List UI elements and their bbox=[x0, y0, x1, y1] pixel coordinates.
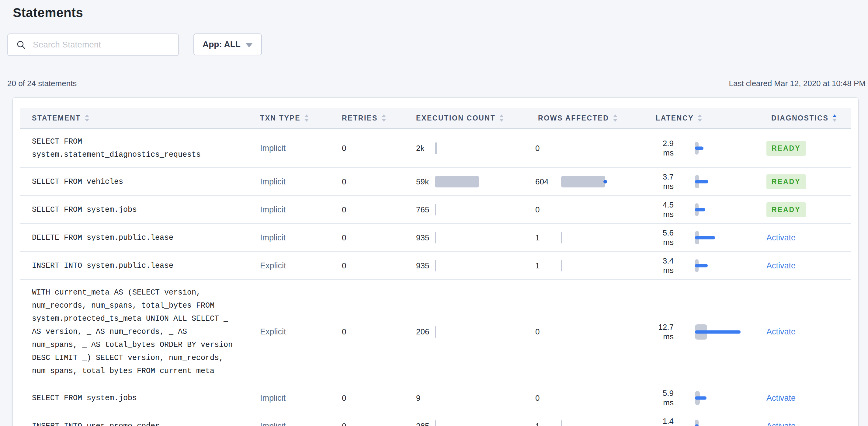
latency-cell: 2.9 ms bbox=[651, 139, 767, 158]
rows-affected-cell: 0 bbox=[535, 202, 651, 218]
execution-count-bar bbox=[435, 418, 535, 426]
latency-cell: 5.9 ms bbox=[651, 389, 767, 407]
execution-count-cell: 935 bbox=[416, 230, 535, 246]
rows-affected-value: 0 bbox=[535, 205, 561, 215]
rows-affected-cell: 0 bbox=[535, 390, 651, 406]
latency-value: 4.5 ms bbox=[651, 200, 674, 219]
txn-type-value: Explicit bbox=[260, 327, 342, 337]
table-row: WITH current_meta AS (SELECT version, nu… bbox=[20, 280, 851, 384]
statement-link[interactable]: INSERT INTO system.public.lease bbox=[20, 253, 260, 278]
column-header-execution-count[interactable]: EXECUTION COUNT bbox=[416, 114, 535, 122]
execution-count-bar bbox=[435, 390, 535, 406]
retries-value: 0 bbox=[342, 233, 416, 243]
latency-mean-bar bbox=[695, 180, 708, 183]
diagnostics-ready-badge[interactable]: READY bbox=[767, 174, 806, 189]
column-header-txn-type[interactable]: TXN TYPE bbox=[260, 114, 342, 122]
txn-type-value: Implicit bbox=[260, 144, 342, 153]
execution-count-bar bbox=[435, 324, 535, 340]
latency-value: 12.7 ms bbox=[651, 323, 674, 341]
diagnostics-cell: READY bbox=[767, 174, 851, 189]
retries-value: 0 bbox=[342, 327, 416, 337]
txn-type-value: Explicit bbox=[260, 261, 342, 271]
statement-link[interactable]: SELECT FROM system.jobs bbox=[20, 386, 260, 411]
retries-value: 0 bbox=[342, 421, 416, 426]
latency-value: 3.4 ms bbox=[651, 256, 674, 275]
execution-count-value: 935 bbox=[416, 261, 435, 271]
retries-value: 0 bbox=[342, 261, 416, 271]
execution-count-cell: 59k bbox=[416, 174, 535, 189]
rows-affected-bar bbox=[561, 140, 651, 156]
diagnostics-cell: Activate bbox=[767, 233, 851, 243]
latency-cell: 12.7 ms bbox=[651, 323, 767, 341]
latency-bar bbox=[695, 324, 748, 340]
sort-icon bbox=[613, 114, 617, 122]
statement-link[interactable]: INSERT INTO user_promo_codes bbox=[20, 414, 260, 426]
rows-affected-value: 1 bbox=[535, 233, 561, 243]
latency-mean-bar bbox=[695, 208, 705, 211]
execution-count-cell: 206 bbox=[416, 324, 535, 340]
rows-affected-value: 0 bbox=[535, 327, 561, 337]
activate-diagnostics-link[interactable]: Activate bbox=[767, 421, 796, 426]
statement-link[interactable]: SELECT FROM system.statement_diagnostics… bbox=[20, 129, 260, 168]
latency-mean-bar bbox=[695, 424, 699, 426]
summary-row: 20 of 24 statements Last cleared Mar 12,… bbox=[7, 79, 866, 88]
table-row: DELETE FROM system.public.lease Implicit… bbox=[20, 224, 851, 252]
retries-value: 0 bbox=[342, 205, 416, 215]
execution-count-value: 935 bbox=[416, 233, 435, 243]
statement-link[interactable]: WITH current_meta AS (SELECT version, nu… bbox=[20, 280, 260, 384]
latency-cell: 1.4 ms bbox=[651, 417, 767, 426]
app-filter-label: App: ALL bbox=[203, 39, 241, 49]
activate-diagnostics-link[interactable]: Activate bbox=[767, 233, 796, 243]
table-row: INSERT INTO user_promo_codes Implicit 0 … bbox=[20, 412, 851, 426]
execution-count-bar bbox=[435, 174, 535, 189]
statement-link[interactable]: SELECT FROM vehicles bbox=[20, 169, 260, 194]
statements-page: Statements App: ALL 20 of 24 statements … bbox=[0, 4, 868, 426]
diagnostics-cell: READY bbox=[767, 202, 851, 217]
activate-diagnostics-link[interactable]: Activate bbox=[767, 393, 796, 403]
diagnostics-cell: Activate bbox=[767, 327, 851, 337]
diagnostics-cell: Activate bbox=[767, 393, 851, 403]
diagnostics-cell: READY bbox=[767, 141, 851, 156]
latency-value: 3.7 ms bbox=[651, 172, 674, 191]
search-input[interactable] bbox=[33, 40, 172, 50]
column-header-latency[interactable]: LATENCY bbox=[651, 114, 767, 122]
rows-affected-cell: 1 bbox=[535, 230, 651, 246]
rows-affected-bar bbox=[561, 418, 651, 426]
execution-count-bar bbox=[435, 140, 535, 156]
execution-count-cell: 9 bbox=[416, 390, 535, 406]
latency-mean-bar bbox=[695, 396, 707, 400]
execution-count-value: 2k bbox=[416, 144, 435, 153]
column-header-statement[interactable]: STATEMENT bbox=[20, 114, 260, 122]
execution-count-value: 59k bbox=[416, 177, 435, 186]
latency-value: 5.6 ms bbox=[651, 228, 674, 247]
column-header-retries[interactable]: RETRIES bbox=[342, 114, 416, 122]
statement-link[interactable]: SELECT FROM system.jobs bbox=[20, 197, 260, 222]
latency-mean-bar bbox=[695, 330, 741, 334]
column-header-rows-affected[interactable]: ROWS AFFECTED bbox=[535, 114, 651, 122]
column-header-diagnostics[interactable]: DIAGNOSTICS bbox=[767, 114, 851, 122]
execution-count-bar bbox=[435, 230, 535, 246]
diagnostics-ready-badge[interactable]: READY bbox=[767, 202, 806, 217]
diagnostics-cell: Activate bbox=[767, 261, 851, 271]
latency-value: 2.9 ms bbox=[651, 139, 674, 158]
latency-bar bbox=[695, 257, 748, 274]
txn-type-value: Implicit bbox=[260, 393, 342, 403]
page-title: Statements bbox=[13, 4, 868, 21]
retries-value: 0 bbox=[342, 393, 416, 403]
search-box[interactable] bbox=[7, 33, 179, 56]
execution-count-value: 9 bbox=[416, 393, 435, 403]
execution-count-cell: 2k bbox=[416, 140, 535, 156]
sort-icon bbox=[382, 114, 386, 122]
activate-diagnostics-link[interactable]: Activate bbox=[767, 327, 796, 337]
rows-affected-value: 0 bbox=[535, 393, 561, 403]
latency-bar bbox=[695, 418, 748, 426]
txn-type-value: Implicit bbox=[260, 421, 342, 426]
latency-cell: 3.7 ms bbox=[651, 172, 767, 191]
activate-diagnostics-link[interactable]: Activate bbox=[767, 261, 796, 271]
diagnostics-ready-badge[interactable]: READY bbox=[767, 141, 806, 156]
statement-link[interactable]: DELETE FROM system.public.lease bbox=[20, 225, 260, 250]
table-row: SELECT FROM system.jobs Implicit 0 765 0… bbox=[20, 196, 851, 224]
retries-value: 0 bbox=[342, 144, 416, 153]
sort-icon bbox=[499, 114, 504, 122]
app-filter-dropdown[interactable]: App: ALL bbox=[193, 33, 262, 55]
